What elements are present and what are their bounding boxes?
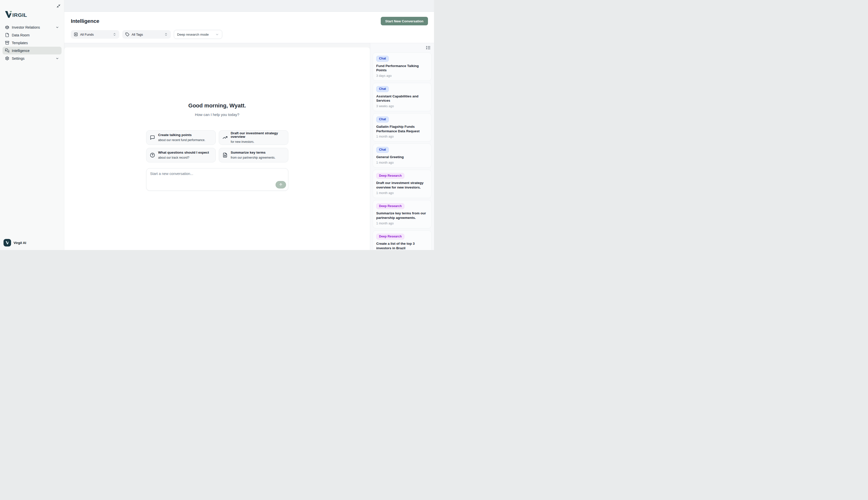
conversation-type-badge: Chat <box>376 147 389 153</box>
filter-bar: All Funds All Tags Deep research mode <box>71 30 428 39</box>
chat-column: Good morning, Wyatt. How can I help you … <box>64 43 370 250</box>
messages-icon <box>5 48 9 53</box>
greeting-title: Good morning, Wyatt. <box>188 102 246 109</box>
chevron-down-icon <box>56 26 59 29</box>
research-mode-select[interactable]: Deep research mode <box>174 30 222 39</box>
send-button[interactable] <box>276 181 286 189</box>
chevrons-up-down-icon <box>113 33 116 36</box>
page-header: Intelligence Start New Conversation All … <box>64 12 434 43</box>
conversation-timestamp: 3 days ago <box>376 74 428 78</box>
suggestion-title: What questions should I expect <box>158 151 209 155</box>
sidebar-item-settings[interactable]: Settings <box>2 55 62 62</box>
conversation-title: Gallatin Flagship Funds Performance Data… <box>376 125 428 134</box>
conversation-card[interactable]: Chat General Greeting 1 month ago <box>373 144 432 168</box>
sidebar-footer: Virgil AI <box>3 239 26 247</box>
sidebar-item-label: Investor Relations <box>12 25 53 30</box>
suggestion-subtitle: about our recent fund performance. <box>158 138 205 142</box>
all-funds-filter[interactable]: All Funds <box>71 30 119 39</box>
conversation-timestamp: 1 month ago <box>376 161 428 164</box>
file-text-icon <box>223 152 227 158</box>
conversation-title: Summarize key terms from our partnership… <box>376 211 428 220</box>
conversation-title: General Greeting <box>376 155 428 159</box>
sidebar-item-intelligence[interactable]: Intelligence <box>2 47 62 55</box>
chevrons-up-down-icon <box>164 33 168 36</box>
sidebar-item-data-room[interactable]: Data Room <box>2 31 62 39</box>
suggestion-title: Create talking points <box>158 133 205 137</box>
file-icon <box>5 33 9 37</box>
conversation-timestamp: 1 month ago <box>376 221 428 225</box>
virgil-ai-label: Virgil AI <box>13 241 26 245</box>
conversation-card[interactable]: Deep Research Summarize key terms from o… <box>373 200 432 228</box>
conversation-card[interactable]: Deep Research Create a list of the top 3… <box>373 230 432 250</box>
suggestion-subtitle: about our track record? <box>158 156 209 159</box>
sidebar-item-investor-relations[interactable]: Investor Relations <box>2 23 62 31</box>
conversation-input[interactable] <box>146 168 288 191</box>
composer <box>146 168 288 191</box>
gear-icon <box>5 56 9 60</box>
content-area: Good morning, Wyatt. How can I help you … <box>64 43 434 250</box>
help-circle-icon <box>150 152 155 158</box>
conversation-title: Draft our investment strategy overview f… <box>376 181 428 190</box>
arrow-up-icon <box>279 183 283 187</box>
sidebar-item-label: Templates <box>12 41 59 45</box>
all-funds-label: All Funds <box>80 33 111 36</box>
message-square-icon <box>150 135 155 140</box>
chat-panel: Good morning, Wyatt. How can I help you … <box>64 47 370 250</box>
conversation-type-badge: Deep Research <box>376 173 404 179</box>
research-mode-value: Deep research mode <box>177 33 215 36</box>
suggestion-create-talking-points[interactable]: Create talking points about our recent f… <box>146 130 216 145</box>
conversation-type-badge: Deep Research <box>376 203 404 209</box>
chevron-down-icon <box>56 57 59 60</box>
fund-square-x-icon <box>74 32 78 36</box>
conversation-timestamp: 1 month ago <box>376 191 428 195</box>
sidebar-nav: Investor Relations Data Room Templates I… <box>0 23 64 62</box>
suggestion-grid: Create talking points about our recent f… <box>146 130 288 162</box>
conversation-card[interactable]: Chat Gallatin Flagship Funds Performance… <box>373 113 432 141</box>
conversation-timestamp: 1 month ago <box>376 135 428 138</box>
virgil-logo-mark <box>5 11 13 18</box>
suggestion-title: Draft our investment strategy overview <box>231 132 285 139</box>
suggestion-title: Summarize key terms <box>231 151 276 155</box>
suggestion-draft-strategy[interactable]: Draft our investment strategy overview f… <box>219 130 288 145</box>
suggestion-subtitle: from our partnership agreements. <box>231 156 276 159</box>
sidebar-item-label: Data Room <box>12 33 59 37</box>
conversation-title: Assistant Capabilities and Services <box>376 94 428 103</box>
conversation-card[interactable]: Chat Fund Performance Talking Points 3 d… <box>373 53 432 81</box>
conversation-type-badge: Chat <box>376 86 389 92</box>
conversation-type-badge: Chat <box>376 116 389 123</box>
greeting-subtitle: How can I help you today? <box>195 112 240 117</box>
start-new-conversation-button[interactable]: Start New Conversation <box>381 17 428 25</box>
conversation-list: Chat Fund Performance Talking Points 3 d… <box>370 53 434 250</box>
conversation-type-badge: Chat <box>376 56 389 62</box>
all-tags-filter[interactable]: All Tags <box>122 30 171 39</box>
sidebar-item-label: Intelligence <box>12 49 59 53</box>
suggestion-summarize-terms[interactable]: Summarize key terms from our partnership… <box>219 148 288 162</box>
suggestion-expected-questions[interactable]: What questions should I expect about our… <box>146 148 216 162</box>
trending-up-icon <box>223 135 227 140</box>
main-area: Intelligence Start New Conversation All … <box>64 0 434 250</box>
virgil-logo: IRGIL <box>5 11 64 18</box>
scale-icon <box>5 25 9 30</box>
sidebar-item-label: Settings <box>12 56 53 60</box>
app-window: IRGIL Investor Relations Data Room Templ… <box>0 0 434 250</box>
virgil-ai-badge <box>3 239 11 247</box>
conversation-card[interactable]: Chat Assistant Capabilities and Services… <box>373 83 432 111</box>
conversation-title: Fund Performance Talking Points <box>376 64 428 73</box>
suggestion-subtitle: for new investors. <box>231 140 285 144</box>
conversation-card[interactable]: Deep Research Draft our investment strat… <box>373 170 432 198</box>
collapse-list-icon[interactable] <box>426 45 431 50</box>
conversation-history-panel: Chat Fund Performance Talking Points 3 d… <box>370 43 434 250</box>
sidebar: IRGIL Investor Relations Data Room Templ… <box>0 0 64 250</box>
sidebar-collapse-icon[interactable] <box>56 4 60 8</box>
tag-icon <box>125 32 129 36</box>
conversation-type-badge: Deep Research <box>376 234 404 240</box>
conversation-title: Create a list of the top 3 investors in … <box>376 241 428 250</box>
all-tags-label: All Tags <box>132 33 162 36</box>
chevron-down-icon <box>215 33 219 36</box>
conversation-timestamp: 3 weeks ago <box>376 104 428 108</box>
archive-icon <box>5 41 9 45</box>
virgil-logo-word: IRGIL <box>12 12 27 18</box>
sidebar-item-templates[interactable]: Templates <box>2 39 62 47</box>
page-title: Intelligence <box>71 18 99 24</box>
top-strip <box>64 0 434 12</box>
